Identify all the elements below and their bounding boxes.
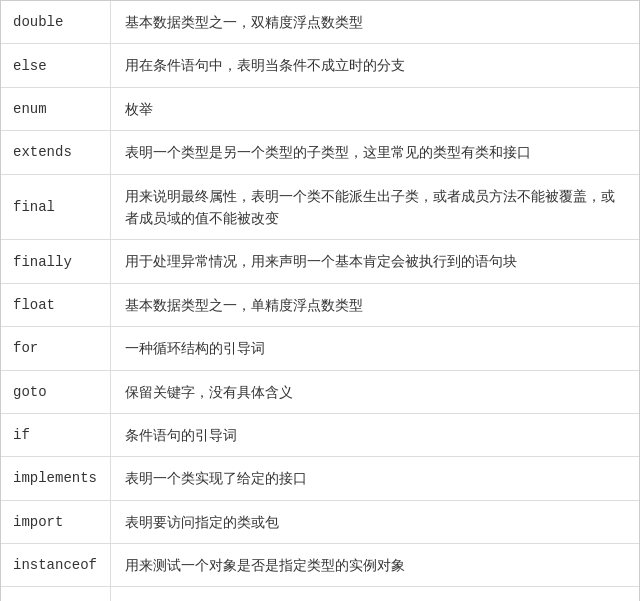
keyword-cell: else <box>1 44 111 86</box>
keyword-cell: float <box>1 284 111 326</box>
desc-cell: 用在条件语句中，表明当条件不成立时的分支 <box>111 44 639 86</box>
keyword-cell: implements <box>1 457 111 499</box>
table-row: float基本数据类型之一，单精度浮点数类型 <box>1 284 639 327</box>
desc-cell: 用来测试一个对象是否是指定类型的实例对象 <box>111 544 639 586</box>
table-row: goto保留关键字，没有具体含义 <box>1 371 639 414</box>
desc-cell: 用于处理异常情况，用来声明一个基本肯定会被执行到的语句块 <box>111 240 639 282</box>
keyword-cell: goto <box>1 371 111 413</box>
keyword-cell: instanceof <box>1 544 111 586</box>
table-row: else用在条件语句中，表明当条件不成立时的分支 <box>1 44 639 87</box>
desc-cell: 表明一个类型是另一个类型的子类型，这里常见的类型有类和接口 <box>111 131 639 173</box>
desc-cell: 基本数据类型之一，双精度浮点数类型 <box>111 1 639 43</box>
keyword-cell: extends <box>1 131 111 173</box>
table-row: instanceof用来测试一个对象是否是指定类型的实例对象 <box>1 544 639 587</box>
desc-cell: 一种循环结构的引导词 <box>111 327 639 369</box>
table-row: import表明要访问指定的类或包 <box>1 501 639 544</box>
keyword-cell: enum <box>1 88 111 130</box>
keyword-cell: final <box>1 175 111 240</box>
desc-cell: 基本数据类型之一，整数类型 <box>111 587 639 601</box>
table-row: extends表明一个类型是另一个类型的子类型，这里常见的类型有类和接口 <box>1 131 639 174</box>
desc-cell: 表明要访问指定的类或包 <box>111 501 639 543</box>
table-row: final用来说明最终属性，表明一个类不能派生出子类，或者成员方法不能被覆盖，或… <box>1 175 639 241</box>
keyword-cell: import <box>1 501 111 543</box>
table-row: implements表明一个类实现了给定的接口 <box>1 457 639 500</box>
keyword-cell: int <box>1 587 111 601</box>
table-row: enum枚举 <box>1 88 639 131</box>
keyword-cell: double <box>1 1 111 43</box>
keyword-table: double基本数据类型之一，双精度浮点数类型else用在条件语句中，表明当条件… <box>0 0 640 601</box>
keyword-cell: finally <box>1 240 111 282</box>
desc-cell: 枚举 <box>111 88 639 130</box>
desc-cell: 基本数据类型之一，单精度浮点数类型 <box>111 284 639 326</box>
desc-cell: 表明一个类实现了给定的接口 <box>111 457 639 499</box>
desc-cell: 保留关键字，没有具体含义 <box>111 371 639 413</box>
keyword-cell: if <box>1 414 111 456</box>
table-row: double基本数据类型之一，双精度浮点数类型 <box>1 1 639 44</box>
table-row: finally用于处理异常情况，用来声明一个基本肯定会被执行到的语句块 <box>1 240 639 283</box>
table-row: for一种循环结构的引导词 <box>1 327 639 370</box>
table-row: int基本数据类型之一，整数类型 <box>1 587 639 601</box>
desc-cell: 条件语句的引导词 <box>111 414 639 456</box>
table-row: if条件语句的引导词 <box>1 414 639 457</box>
keyword-cell: for <box>1 327 111 369</box>
desc-cell: 用来说明最终属性，表明一个类不能派生出子类，或者成员方法不能被覆盖，或者成员域的… <box>111 175 639 240</box>
